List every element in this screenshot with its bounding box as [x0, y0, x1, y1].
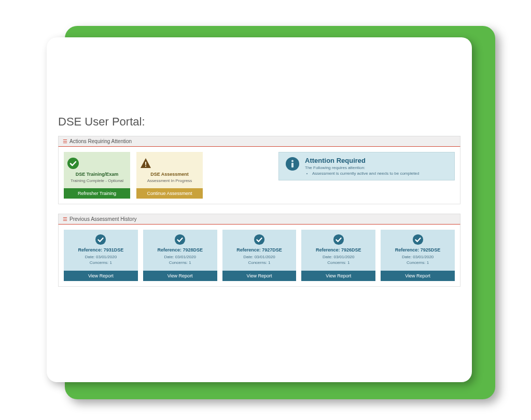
- assessment-card-body: DSE Assessment Assessment In Progress: [136, 152, 203, 188]
- history-card-body: Reference: 7925DSE Date: 03/01/2020 Conc…: [381, 230, 455, 271]
- history-card: Reference: 7926DSE Date: 03/01/2020 Conc…: [301, 230, 375, 281]
- svg-point-8: [254, 234, 264, 245]
- history-reference: Reference: 7925DSE: [384, 247, 452, 253]
- collapse-icon: ☰: [63, 139, 67, 144]
- history-card: Reference: 7927DSE Date: 03/01/2020 Conc…: [222, 230, 297, 281]
- history-date: Date: 03/01/2020: [146, 254, 214, 260]
- attention-subtitle: The Following requires attention:: [305, 165, 419, 170]
- training-card-title: DSE Training/Exam: [67, 172, 127, 177]
- history-row: Reference: 7931DSE Date: 03/01/2020 Conc…: [64, 230, 455, 281]
- attention-text: Attention Required The Following require…: [305, 157, 419, 176]
- actions-section: ☰ Actions Requiring Attention DSE Traini…: [58, 136, 460, 204]
- history-card: Reference: 7925DSE Date: 03/01/2020 Conc…: [381, 230, 455, 281]
- assessment-card: DSE Assessment Assessment In Progress Co…: [136, 152, 203, 199]
- history-section-header[interactable]: ☰ Previous Assessment History: [58, 214, 460, 225]
- history-card-body: Reference: 7931DSE Date: 03/01/2020 Conc…: [64, 230, 138, 271]
- attention-title: Attention Required: [305, 157, 419, 164]
- history-section: ☰ Previous Assessment History Reference:…: [58, 214, 460, 287]
- svg-point-4: [291, 160, 294, 162]
- page-title: DSE User Portal:: [58, 115, 460, 129]
- actions-section-body: DSE Training/Exam Training Complete - Op…: [58, 147, 460, 204]
- actions-row: DSE Training/Exam Training Complete - Op…: [64, 152, 455, 199]
- history-card: Reference: 7931DSE Date: 03/01/2020 Conc…: [64, 230, 138, 281]
- main-panel: DSE User Portal: ☰ Actions Requiring Att…: [47, 37, 472, 382]
- collapse-icon: ☰: [63, 217, 67, 222]
- assessment-card-title: DSE Assessment: [139, 172, 200, 177]
- training-card-body: DSE Training/Exam Training Complete - Op…: [64, 152, 130, 188]
- assessment-card-subtitle: Assessment In Progress: [139, 178, 200, 183]
- refresher-training-button[interactable]: Refresher Training: [64, 188, 130, 199]
- check-circle-icon: [146, 234, 214, 245]
- history-section-title: Previous Assessment History: [69, 216, 137, 222]
- history-card-body: Reference: 7927DSE Date: 03/01/2020 Conc…: [222, 230, 297, 271]
- warning-triangle-icon: [139, 157, 200, 170]
- check-circle-icon: [67, 157, 127, 170]
- history-concerns: Concerns: 1: [384, 260, 452, 265]
- history-concerns: Concerns: 1: [146, 260, 214, 265]
- svg-point-6: [95, 234, 106, 245]
- history-date: Date: 03/01/2020: [304, 254, 372, 260]
- attention-list-item: Assessment is currently active and needs…: [312, 171, 419, 176]
- training-card: DSE Training/Exam Training Complete - Op…: [64, 152, 130, 199]
- history-date: Date: 03/01/2020: [67, 254, 135, 260]
- info-circle-icon: [285, 157, 300, 171]
- history-reference: Reference: 7928DSE: [146, 247, 214, 253]
- view-report-button[interactable]: View Report: [301, 271, 375, 281]
- history-date: Date: 03/01/2020: [226, 254, 294, 260]
- svg-rect-2: [145, 166, 146, 167]
- history-card-body: Reference: 7926DSE Date: 03/01/2020 Conc…: [301, 230, 375, 271]
- attention-list: Assessment is currently active and needs…: [305, 171, 419, 176]
- check-circle-icon: [67, 234, 135, 245]
- history-concerns: Concerns: 1: [226, 260, 294, 265]
- svg-rect-5: [291, 163, 294, 167]
- view-report-button[interactable]: View Report: [381, 271, 455, 281]
- actions-section-title: Actions Requiring Attention: [69, 138, 132, 144]
- history-date: Date: 03/01/2020: [384, 254, 452, 260]
- view-report-button[interactable]: View Report: [222, 271, 297, 281]
- attention-required-box: Attention Required The Following require…: [278, 152, 455, 180]
- svg-point-7: [175, 234, 185, 245]
- history-card-body: Reference: 7928DSE Date: 03/01/2020 Conc…: [143, 230, 217, 271]
- check-circle-icon: [226, 234, 294, 245]
- view-report-button[interactable]: View Report: [143, 271, 217, 281]
- svg-rect-1: [145, 162, 146, 165]
- history-concerns: Concerns: 1: [304, 260, 372, 265]
- svg-point-9: [333, 234, 344, 245]
- history-section-body: Reference: 7931DSE Date: 03/01/2020 Conc…: [58, 225, 460, 287]
- svg-point-10: [412, 234, 423, 245]
- history-card: Reference: 7928DSE Date: 03/01/2020 Conc…: [143, 230, 217, 281]
- view-report-button[interactable]: View Report: [64, 271, 138, 281]
- training-card-subtitle: Training Complete - Optional: [67, 178, 127, 183]
- history-reference: Reference: 7926DSE: [304, 247, 372, 253]
- history-reference: Reference: 7927DSE: [226, 247, 294, 253]
- history-reference: Reference: 7931DSE: [67, 247, 135, 253]
- actions-section-header[interactable]: ☰ Actions Requiring Attention: [58, 136, 460, 147]
- check-circle-icon: [384, 234, 452, 245]
- check-circle-icon: [304, 234, 372, 245]
- svg-point-0: [67, 158, 79, 169]
- continue-assessment-button[interactable]: Continue Assessment: [136, 188, 203, 199]
- history-concerns: Concerns: 1: [67, 260, 135, 265]
